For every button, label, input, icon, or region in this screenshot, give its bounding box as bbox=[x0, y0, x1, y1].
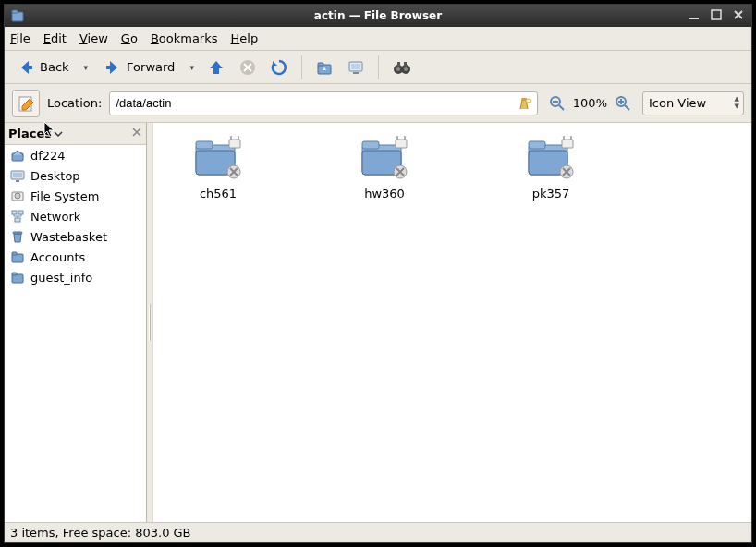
file-label: ch561 bbox=[196, 186, 240, 201]
arrow-right-icon bbox=[103, 57, 123, 78]
back-history-dropdown[interactable]: ▾ bbox=[80, 63, 92, 72]
svg-rect-39 bbox=[12, 252, 17, 255]
location-bar: Location: 100% Icon View ▲▼ bbox=[5, 84, 751, 123]
file-label: hw360 bbox=[360, 186, 408, 201]
sidebar-title: Places bbox=[8, 127, 52, 140]
forward-label: Forward bbox=[127, 60, 175, 74]
svg-rect-1 bbox=[12, 10, 18, 13]
svg-rect-2 bbox=[689, 18, 699, 19]
status-text: 3 items, Free space: 803.0 GB bbox=[10, 526, 191, 540]
location-input[interactable] bbox=[109, 91, 537, 115]
folder-ch561[interactable]: ch561 bbox=[172, 132, 264, 205]
menubar: File Edit View Go Bookmarks Help bbox=[5, 27, 751, 51]
svg-rect-4 bbox=[25, 66, 32, 69]
sidebar-item-label: Wastebasket bbox=[30, 230, 107, 244]
file-label: pk357 bbox=[529, 186, 574, 201]
maximize-button[interactable] bbox=[707, 6, 726, 23]
sidebar-item-file-system[interactable]: File System bbox=[5, 186, 146, 206]
sidebar-header-dropdown[interactable]: Places bbox=[8, 127, 63, 140]
svg-rect-31 bbox=[16, 180, 19, 182]
toolbar-separator-2 bbox=[378, 55, 379, 79]
sidebar-item-label: File System bbox=[30, 189, 99, 203]
home-icon bbox=[10, 148, 25, 163]
stop-icon bbox=[238, 58, 257, 77]
sidebar-list: df224DesktopFile SystemNetworkWastebaske… bbox=[5, 145, 146, 522]
clear-location-icon[interactable] bbox=[518, 96, 532, 111]
close-button[interactable] bbox=[729, 6, 748, 23]
svg-rect-15 bbox=[404, 62, 407, 67]
forward-history-dropdown[interactable]: ▾ bbox=[186, 63, 198, 72]
svg-point-17 bbox=[404, 67, 408, 71]
svg-rect-35 bbox=[18, 211, 23, 214]
binoculars-icon bbox=[392, 58, 412, 77]
folder-hw360[interactable]: hw360 bbox=[338, 132, 431, 205]
menu-go[interactable]: Go bbox=[121, 31, 138, 45]
svg-rect-3 bbox=[712, 10, 721, 19]
svg-rect-50 bbox=[396, 140, 407, 148]
titlebar: actin — File Browser bbox=[5, 5, 751, 27]
folder-icon bbox=[525, 136, 577, 182]
svg-point-33 bbox=[15, 193, 20, 199]
svg-rect-48 bbox=[362, 141, 379, 149]
sidebar: Places df224DesktopFile SystemNetworkWas… bbox=[5, 123, 147, 522]
home-button[interactable] bbox=[311, 55, 337, 79]
zoom-out-button[interactable] bbox=[545, 92, 569, 115]
zoom-out-icon bbox=[549, 95, 566, 112]
sidebar-item-label: guest_info bbox=[30, 271, 92, 285]
sidebar-item-label: df224 bbox=[30, 149, 66, 163]
edit-icon bbox=[17, 94, 35, 113]
svg-rect-14 bbox=[397, 62, 400, 67]
view-mode-select[interactable]: Icon View ▲▼ bbox=[642, 91, 744, 115]
forward-button[interactable]: Forward bbox=[97, 55, 180, 80]
svg-rect-30 bbox=[13, 173, 22, 177]
sidebar-item-df224[interactable]: df224 bbox=[5, 145, 146, 165]
svg-rect-53 bbox=[529, 141, 545, 149]
sidebar-close-button[interactable] bbox=[131, 127, 142, 140]
sidebar-item-desktop[interactable]: Desktop bbox=[5, 165, 146, 186]
trash-icon bbox=[10, 229, 25, 244]
minimize-button[interactable] bbox=[685, 6, 703, 23]
sidebar-item-label: Network bbox=[30, 210, 80, 224]
search-button[interactable] bbox=[388, 55, 416, 79]
location-label: Location: bbox=[47, 96, 102, 110]
chevron-down-icon bbox=[54, 129, 63, 139]
reload-button[interactable] bbox=[266, 55, 292, 79]
zoom-level: 100% bbox=[573, 96, 607, 110]
menu-help[interactable]: Help bbox=[231, 31, 259, 45]
sidebar-item-accounts[interactable]: Accounts bbox=[5, 247, 146, 267]
up-button[interactable] bbox=[203, 55, 229, 79]
desktop-icon bbox=[10, 168, 25, 183]
menu-edit[interactable]: Edit bbox=[43, 31, 67, 45]
stop-button[interactable] bbox=[235, 55, 261, 79]
view-mode-label: Icon View bbox=[649, 96, 706, 110]
computer-button[interactable] bbox=[343, 55, 369, 79]
svg-point-20 bbox=[526, 99, 531, 103]
sidebar-item-guest-info[interactable]: guest_info bbox=[5, 267, 146, 287]
svg-line-22 bbox=[559, 105, 564, 110]
zoom-in-button[interactable] bbox=[611, 92, 635, 115]
arrow-left-icon bbox=[16, 57, 36, 78]
menu-bookmarks[interactable]: Bookmarks bbox=[151, 31, 218, 45]
network-icon bbox=[10, 209, 25, 224]
icon-grid: ch561hw360pk357 bbox=[153, 123, 751, 214]
sidebar-item-network[interactable]: Network bbox=[5, 206, 146, 226]
folder-icon bbox=[10, 270, 25, 285]
app-icon bbox=[10, 8, 25, 23]
computer-icon bbox=[347, 58, 365, 77]
menu-view[interactable]: View bbox=[79, 31, 108, 45]
path-edit-toggle[interactable] bbox=[12, 90, 40, 117]
svg-rect-45 bbox=[229, 140, 240, 148]
svg-line-25 bbox=[625, 105, 629, 110]
folder-pk357[interactable]: pk357 bbox=[505, 132, 597, 205]
svg-rect-41 bbox=[12, 273, 17, 275]
sidebar-item-label: Accounts bbox=[30, 250, 85, 264]
svg-rect-43 bbox=[196, 141, 213, 149]
toolbar-separator bbox=[301, 55, 302, 79]
svg-rect-5 bbox=[106, 66, 114, 69]
sidebar-item-wastebasket[interactable]: Wastebasket bbox=[5, 226, 146, 247]
menu-file[interactable]: File bbox=[10, 31, 30, 45]
window-title: actin — File Browser bbox=[314, 9, 442, 22]
content-pane[interactable]: ch561hw360pk357 bbox=[152, 123, 751, 522]
back-button[interactable]: Back bbox=[10, 55, 75, 80]
back-label: Back bbox=[40, 60, 69, 74]
